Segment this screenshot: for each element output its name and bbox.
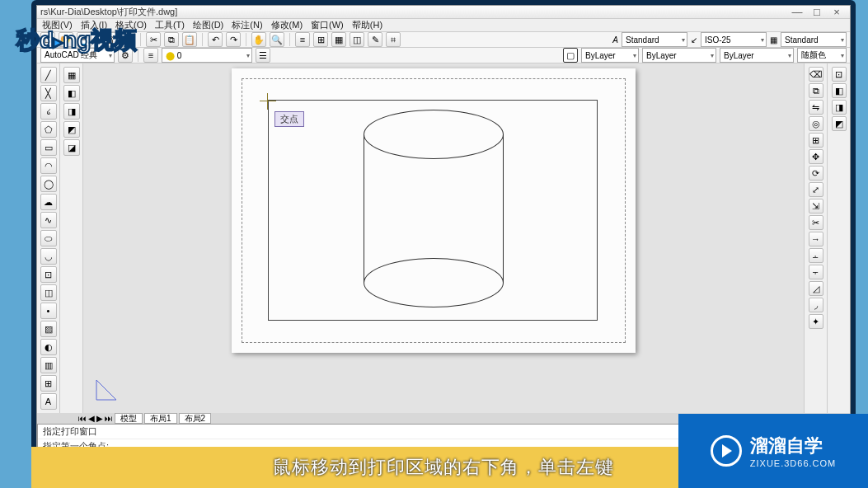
scale-icon[interactable]: ⤢ [809,182,823,197]
break-icon[interactable]: ⫠ [809,248,823,263]
close-button[interactable]: × [827,6,847,18]
array-icon[interactable]: ⊞ [809,133,823,148]
menu-dimension[interactable]: 标注(N) [232,19,262,31]
brand-title: 溜溜自学 [750,434,836,458]
maximize-button[interactable]: □ [807,6,827,18]
osnap-tooltip: 交点 [274,111,304,127]
circle-icon[interactable]: ◯ [40,176,57,192]
toolbar-layers: AutoCAD 经典 ⚙ ≡ ⬤ 0 ☰ ▢ ByLayer ByLayer B… [37,48,850,63]
text-style-icon: A [612,35,618,45]
erase-icon[interactable]: ⌫ [809,67,823,82]
move-icon[interactable]: ✥ [809,149,823,164]
layer-states-icon[interactable]: ☰ [256,48,270,63]
table-icon[interactable]: ⊞ [40,375,57,392]
ellipse-icon[interactable]: ⬭ [40,230,57,246]
pan-icon[interactable]: ✋ [251,32,266,47]
stretch-icon[interactable]: ⇲ [809,199,823,214]
dim-style-icon: ↙ [691,35,697,45]
revcloud-icon[interactable]: ☁ [40,194,57,210]
fillet-icon[interactable]: ◞ [809,298,823,312]
lineweight-combo[interactable]: ByLayer [720,48,794,63]
rectangle-icon[interactable]: ▭ [40,139,57,156]
block-insert-icon[interactable]: ⊡ [40,266,57,283]
layer-props-icon[interactable]: ≡ [143,48,158,63]
layer-combo[interactable]: ⬤ 0 [162,48,252,63]
offset-icon[interactable]: ◎ [809,116,823,131]
rotate-icon[interactable]: ⟳ [809,166,823,181]
polygon-icon[interactable]: ⬠ [40,121,57,138]
trim-icon[interactable]: ✂ [809,215,823,230]
minimize-button[interactable]: — [787,6,807,18]
tab-nav-next[interactable]: ▶ [96,414,103,423]
tool2-a[interactable]: ▦ [63,67,80,83]
spline-icon[interactable]: ∿ [40,212,57,228]
mirror-icon[interactable]: ⇋ [809,100,823,115]
markup-icon[interactable]: ✎ [368,32,382,47]
tab-nav-last[interactable]: ⏭ [105,414,113,423]
text-style-combo[interactable]: Standard [622,32,687,47]
color-combo[interactable]: ByLayer [581,48,639,63]
cylinder-drawing [364,110,504,307]
draw-toolbar: ╱ ╳ Ⳓ ⬠ ▭ ◠ ◯ ☁ ∿ ⬭ ◡ ⊡ ◫ • ▨ ◐ ▥ ⊞ A [37,63,60,413]
chamfer-icon[interactable]: ◿ [809,281,823,296]
paste-icon[interactable]: 📋 [182,32,197,47]
calc-icon[interactable]: ⌗ [386,32,401,47]
plotstyle-combo[interactable]: 随颜色 [797,48,847,63]
dim-style-combo[interactable]: ISO-25 [701,32,767,47]
hatch-icon[interactable]: ▨ [40,321,57,337]
props-icon[interactable]: ≡ [295,32,310,47]
tool2-c[interactable]: ◨ [63,103,80,120]
join-icon[interactable]: ⫟ [809,265,823,279]
rtool-b[interactable]: ◧ [832,83,847,98]
brand-url: ZIXUE.3D66.COM [750,458,836,468]
block-make-icon[interactable]: ◫ [40,284,57,301]
color-icon[interactable]: ▢ [563,48,578,63]
menu-window[interactable]: 窗口(W) [311,19,344,31]
tab-nav-first[interactable]: ⏮ [78,414,87,423]
polyline-icon[interactable]: Ⳓ [40,103,57,120]
table-style-combo[interactable]: Standard [781,32,847,47]
tool-palette-icon[interactable]: ▦ [331,32,346,47]
undo-icon[interactable]: ↶ [208,32,223,47]
region-icon[interactable]: ▥ [40,357,57,373]
explode-icon[interactable]: ✦ [809,314,823,329]
rtool-a[interactable]: ⊡ [832,67,847,82]
xline-icon[interactable]: ╳ [40,85,57,101]
menubar: 视图(V) 插入(I) 格式(O) 工具(T) 绘图(D) 标注(N) 修改(M… [37,19,850,32]
menu-draw[interactable]: 绘图(D) [193,19,223,31]
gradient-icon[interactable]: ◐ [40,339,57,355]
redo-icon[interactable]: ↷ [226,32,241,47]
tab-model[interactable]: 模型 [115,413,143,424]
menu-tools[interactable]: 工具(T) [155,19,185,31]
line-icon[interactable]: ╱ [40,67,57,83]
zoom-icon[interactable]: 🔍 [270,32,284,47]
brand-play-icon [711,435,742,467]
menu-help[interactable]: 帮助(H) [352,19,382,31]
draw-toolbar-2: ▦ ◧ ◨ ◩ ◪ [60,63,83,413]
sheet-icon[interactable]: ◫ [350,32,364,47]
tool2-b[interactable]: ◧ [63,85,80,101]
extend-icon[interactable]: → [809,232,823,246]
source-logo: 秒d▸ng视频 [16,25,137,56]
tool2-d[interactable]: ◩ [63,121,80,138]
mtext-icon[interactable]: A [40,393,57,410]
ucs-icon [95,377,120,401]
tab-nav-prev[interactable]: ◀ [88,414,95,423]
rtool-c[interactable]: ◨ [832,100,847,115]
video-frame: rs\Kur-Dia\Desktop\打印文件.dwg] — □ × 视图(V)… [31,0,856,466]
menu-modify[interactable]: 修改(M) [271,19,303,31]
linetype-combo[interactable]: ByLayer [642,48,716,63]
arc-icon[interactable]: ◠ [40,157,57,174]
tab-layout1[interactable]: 布局1 [144,413,177,424]
tool2-e[interactable]: ◪ [63,139,80,156]
cut-icon[interactable]: ✂ [146,32,161,47]
copy-icon[interactable]: ⧉ [164,32,179,47]
layer-on-icon: ⬤ [166,51,175,60]
drawing-canvas[interactable]: 交点 [83,63,804,413]
copy2-icon[interactable]: ⧉ [809,83,823,98]
ellipse-arc-icon[interactable]: ◡ [40,248,57,265]
design-center-icon[interactable]: ⊞ [313,32,328,47]
rtool-d[interactable]: ◩ [832,116,847,131]
tab-layout2[interactable]: 布局2 [179,413,212,424]
point-icon[interactable]: • [40,303,57,319]
